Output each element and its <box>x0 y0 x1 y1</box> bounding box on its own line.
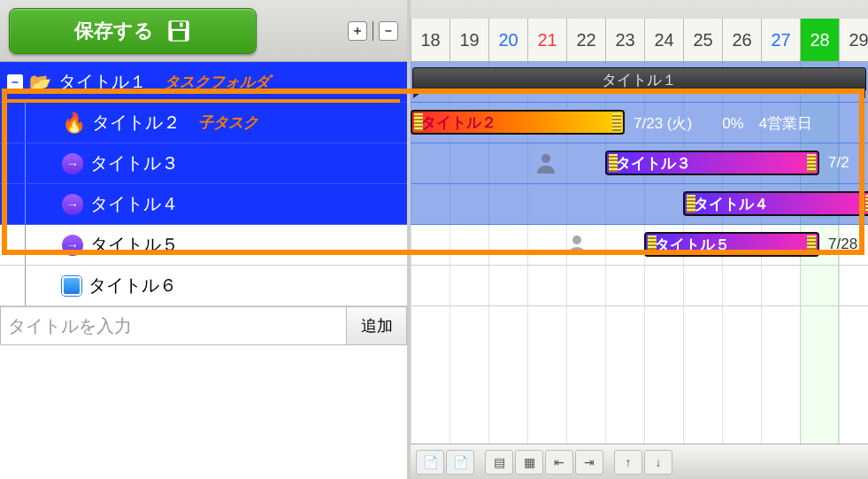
save-label: 保存する <box>74 18 154 44</box>
tool-new-icon[interactable]: 📄 <box>416 450 444 475</box>
arrow-icon: → <box>62 194 83 215</box>
row-toggle[interactable]: － <box>7 74 23 90</box>
tree-item-label: タイトル５ <box>90 233 179 257</box>
svg-rect-2 <box>173 31 185 41</box>
save-button[interactable]: 保存する <box>9 8 257 54</box>
tree-item-label: タイトル３ <box>90 151 179 175</box>
gantt-bar-label: タイトル２ <box>421 112 496 133</box>
arrow-icon: → <box>62 235 83 256</box>
date-header: 181920212223242526272829 <box>411 0 868 62</box>
tree-row[interactable]: －📂タイトル１タスクフォルダ <box>0 62 407 103</box>
gantt-row: タイトル３7/2 <box>411 143 868 184</box>
gantt-bar-info: 7/28 <box>828 236 857 253</box>
date-cell: 28 <box>800 19 839 61</box>
gantt-row: タイトル２7/23 (火) 0% 4営業日 <box>411 103 868 143</box>
tree-item-label: タイトル１ <box>58 70 147 94</box>
tree-row[interactable]: →タイトル５ <box>0 225 407 266</box>
tool-format1-icon[interactable]: ▤ <box>485 450 513 475</box>
left-toolbar: 保存する ＋ － <box>0 0 407 62</box>
svg-point-4 <box>542 154 550 163</box>
date-cell: 18 <box>411 19 449 61</box>
tool-format2-icon[interactable]: ▦ <box>515 450 543 475</box>
arrow-icon: → <box>62 153 83 174</box>
tool-outdent-icon[interactable]: ⇤ <box>545 450 573 475</box>
date-cell: 25 <box>683 19 722 61</box>
tree-row[interactable]: タイトル６ <box>0 266 407 306</box>
date-cell: 26 <box>722 19 761 61</box>
tree-row[interactable]: 🔥タイトル２子タスク <box>0 103 407 143</box>
expand-all-button[interactable]: ＋ <box>348 21 367 41</box>
date-cell: 29 <box>839 19 868 61</box>
gantt-bar[interactable]: タイトル４ <box>683 191 868 216</box>
gantt-row: タイトル４ <box>411 184 868 225</box>
date-cell: 21 <box>527 19 566 61</box>
fire-icon: 🔥 <box>62 112 85 135</box>
gantt-bar[interactable]: タイトル３ <box>605 151 819 175</box>
avatar-icon <box>566 234 588 255</box>
annotation-label: 子タスク <box>198 112 258 133</box>
tree-row[interactable]: →タイトル４ <box>0 184 407 225</box>
avatar-icon <box>535 152 557 174</box>
gantt-row <box>411 266 868 306</box>
svg-rect-3 <box>180 22 183 27</box>
add-task-input[interactable] <box>1 307 346 344</box>
gantt-bar-info: 7/2 <box>828 154 849 172</box>
tree-item-label: タイトル４ <box>90 192 179 216</box>
svg-rect-1 <box>172 21 186 28</box>
date-cell: 23 <box>605 19 644 61</box>
tool-new2-icon[interactable]: 📄 <box>446 450 474 475</box>
gantt-bar-label: タイトル５ <box>655 235 730 255</box>
gantt-group-header: タイトル１ <box>412 67 866 92</box>
gantt-row: タイトル１ <box>411 62 868 103</box>
date-cell: 24 <box>644 19 683 61</box>
gantt-bar-info: 7/23 (火) 0% 4営業日 <box>634 113 812 134</box>
tree-item-label: タイトル６ <box>88 274 177 297</box>
task-tree: －📂タイトル１タスクフォルダ🔥タイトル２子タスク→タイトル３→タイトル４→タイト… <box>0 62 407 306</box>
gantt-bar-label: タイトル３ <box>616 153 691 174</box>
square-icon <box>62 276 81 296</box>
gantt-bar[interactable]: タイトル２ <box>411 110 625 135</box>
tool-indent-icon[interactable]: ⇥ <box>575 450 603 475</box>
annotation-label: タスクフォルダ <box>165 72 270 92</box>
add-task-button[interactable]: 追加 <box>346 307 406 344</box>
gantt-bar-label: タイトル４ <box>694 194 769 214</box>
save-icon <box>166 19 191 43</box>
svg-point-5 <box>572 236 581 244</box>
collapse-all-button[interactable]: － <box>379 21 398 41</box>
gantt-row: タイトル５7/28 <box>411 225 868 266</box>
date-cell: 19 <box>449 19 488 61</box>
tool-down-icon[interactable]: ↓ <box>644 450 672 475</box>
gantt-bar[interactable]: タイトル５ <box>644 232 819 257</box>
folder-icon: 📂 <box>28 71 51 94</box>
add-task-row: 追加 <box>0 306 407 345</box>
bottom-toolbar: 📄 📄 ▤ ▦ ⇤ ⇥ ↑ ↓ <box>411 444 868 479</box>
separator <box>373 21 373 41</box>
tree-item-label: タイトル２ <box>92 111 181 135</box>
date-cell: 20 <box>488 19 527 61</box>
tool-up-icon[interactable]: ↑ <box>614 450 642 475</box>
tree-row[interactable]: →タイトル３ <box>0 143 407 184</box>
date-cell: 22 <box>566 19 605 61</box>
gantt-area: タイトル１タイトル２7/23 (火) 0% 4営業日タイトル３7/2タイトル４タ… <box>411 62 868 306</box>
date-cell: 27 <box>761 19 800 61</box>
